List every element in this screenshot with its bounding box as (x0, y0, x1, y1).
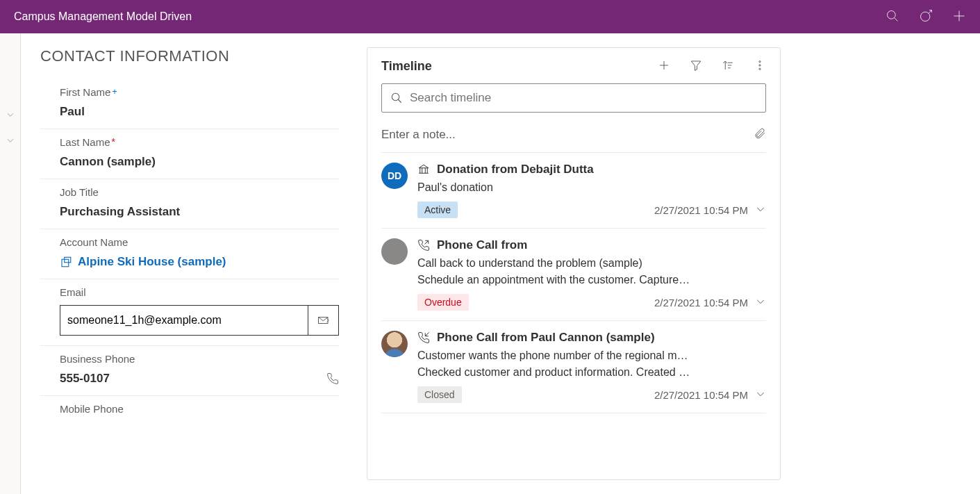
svg-point-0 (888, 10, 896, 19)
chevron-down-icon[interactable] (755, 204, 766, 217)
svg-line-27 (425, 240, 429, 244)
field-email[interactable]: Email (40, 279, 339, 346)
timeline-panel: Timeline (367, 47, 781, 480)
svg-line-20 (398, 99, 401, 103)
item-title: Phone Call from Paul Cannon (sample) (437, 331, 655, 345)
svg-line-1 (895, 17, 898, 21)
svg-point-19 (392, 93, 399, 101)
field-mobile-phone[interactable]: Mobile Phone (40, 396, 339, 431)
attachment-icon[interactable] (754, 126, 766, 142)
search-icon[interactable] (886, 9, 899, 25)
send-email-button[interactable] (308, 306, 338, 335)
field-business-phone[interactable]: Business Phone 555-0107 (40, 346, 339, 396)
avatar (381, 238, 408, 265)
svg-marker-11 (691, 61, 701, 71)
avatar: DD (381, 163, 408, 189)
more-icon[interactable] (754, 59, 766, 74)
timeline-search-input[interactable] (410, 91, 757, 105)
item-desc: Customer wants the phone number of the r… (417, 347, 766, 364)
first-name-label: First Name+ (60, 86, 339, 98)
chevron-down-icon[interactable] (755, 388, 766, 402)
section-title: CONTACT INFORMATION (40, 47, 339, 65)
item-desc: Checked customer and product information… (417, 364, 766, 381)
header-actions (886, 9, 966, 25)
field-job-title[interactable]: Job Title Purchasing Assistant (40, 179, 339, 229)
business-phone-value: 555-0107 (60, 372, 110, 386)
field-account-name[interactable]: Account Name Alpine Ski House (sample) (40, 229, 339, 279)
chevron-down-icon[interactable] (6, 135, 15, 147)
item-title: Phone Call from (437, 238, 527, 252)
avatar (381, 331, 408, 357)
svg-marker-21 (419, 165, 429, 168)
left-rail (0, 33, 21, 494)
svg-point-16 (759, 61, 761, 63)
timeline-title: Timeline (381, 59, 432, 74)
add-icon[interactable] (952, 9, 966, 25)
svg-rect-7 (65, 257, 71, 263)
item-desc: Paul's donation (417, 179, 766, 196)
search-icon (390, 92, 403, 104)
status-badge: Overdue (417, 294, 469, 311)
account-name-label: Account Name (60, 236, 339, 248)
contact-info-panel: CONTACT INFORMATION First Name+ Paul Las… (40, 47, 346, 480)
chevron-down-icon[interactable] (755, 296, 766, 309)
field-first-name[interactable]: First Name+ Paul (40, 79, 339, 129)
item-timestamp: 2/27/2021 10:54 PM (654, 204, 748, 216)
job-title-label: Job Title (60, 186, 339, 198)
status-badge: Closed (417, 386, 462, 403)
field-last-name[interactable]: Last Name* Cannon (sample) (40, 129, 339, 179)
account-icon (60, 256, 72, 268)
timeline-item[interactable]: Phone Call from Paul Cannon (sample) Cus… (381, 321, 766, 413)
phone-in-icon (417, 331, 430, 344)
app-title: Campus Management Model Driven (14, 10, 192, 23)
svg-point-2 (921, 12, 930, 21)
note-entry[interactable]: Enter a note... (381, 122, 766, 153)
last-name-label: Last Name* (60, 136, 339, 148)
item-desc: Call back to understand the problem (sam… (417, 255, 766, 272)
item-timestamp: 2/27/2021 10:54 PM (654, 297, 748, 308)
svg-point-17 (759, 65, 761, 66)
business-phone-label: Business Phone (60, 353, 339, 365)
account-link[interactable]: Alpine Ski House (sample) (60, 255, 339, 269)
phone-out-icon (417, 239, 430, 252)
timeline-item[interactable]: DD Donation from Debajit Dutta Paul's do… (381, 153, 766, 229)
filter-icon[interactable] (690, 59, 702, 74)
svg-rect-6 (62, 259, 69, 267)
email-input[interactable] (60, 306, 308, 335)
timeline-item[interactable]: Phone Call from Call back to understand … (381, 229, 766, 321)
app-header: Campus Management Model Driven (0, 0, 980, 33)
note-placeholder: Enter a note... (381, 128, 456, 142)
item-title: Donation from Debajit Dutta (437, 163, 594, 176)
add-timeline-icon[interactable] (658, 59, 670, 74)
sort-icon[interactable] (722, 59, 734, 74)
svg-line-28 (425, 333, 429, 336)
job-title-value: Purchasing Assistant (60, 205, 339, 219)
last-name-value: Cannon (sample) (60, 155, 339, 169)
timeline-search[interactable] (381, 83, 766, 113)
bank-icon (417, 163, 430, 176)
target-icon[interactable] (919, 9, 933, 25)
svg-point-18 (759, 68, 761, 69)
phone-icon[interactable] (326, 372, 339, 385)
mobile-phone-label: Mobile Phone (60, 403, 339, 415)
item-timestamp: 2/27/2021 10:54 PM (654, 389, 748, 401)
item-desc: Schedule an appointment with the custome… (417, 272, 766, 288)
chevron-down-icon[interactable] (6, 110, 15, 122)
status-badge: Active (417, 201, 458, 218)
svg-line-3 (929, 10, 931, 13)
first-name-value: Paul (60, 105, 339, 119)
email-label: Email (60, 286, 339, 298)
